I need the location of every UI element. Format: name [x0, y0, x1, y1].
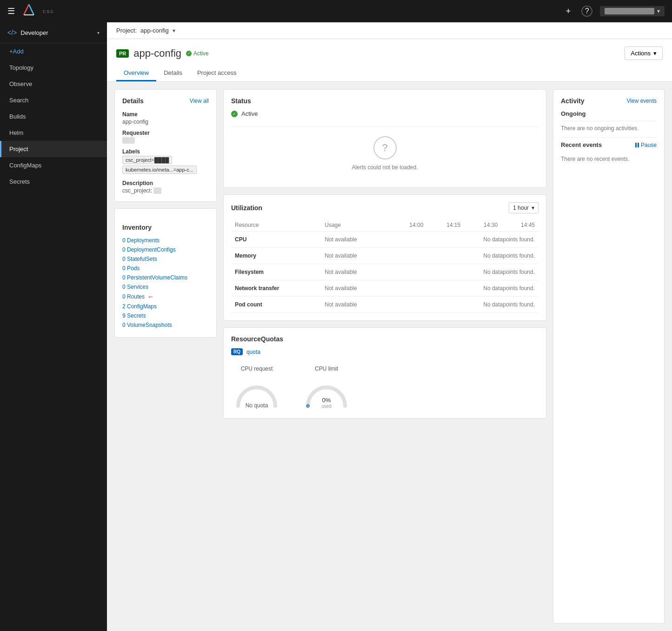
menu-icon[interactable]: ☰ [7, 6, 15, 16]
cpu-limit-label: CPU limit [315, 365, 338, 372]
time-arrow-icon: ▾ [532, 205, 534, 211]
inventory-deployments[interactable]: 0 Deployments [122, 236, 209, 245]
inventory-title: Inventory [122, 224, 209, 231]
time-dropdown[interactable]: 1 hour ▾ [509, 202, 539, 213]
alert-question-icon: ? [373, 136, 397, 159]
alerts-text: Alerts could not be loaded. [352, 164, 418, 171]
project-dropdown-button[interactable]: ▾ [173, 27, 175, 34]
help-icon[interactable]: ? [581, 6, 592, 17]
rq-badge-row: RQ quota [231, 348, 539, 355]
rq-quota-name[interactable]: quota [246, 349, 260, 355]
sidebar-item-helm[interactable]: Helm [0, 125, 107, 141]
util-row-podcount: Pod count Not available No datapoints fo… [231, 297, 539, 313]
utilization-table: Resource Usage 14:00 14:15 14:30 14:45 C… [231, 219, 539, 313]
status-active-label: Active [241, 110, 258, 117]
logo-text: CSC [43, 9, 54, 14]
app-header: PR app-config Active Actions ▾ Overview … [107, 39, 672, 82]
user-dropdown[interactable]: user@example.com ▾ [600, 6, 665, 16]
cpu-request-value: No quota [231, 402, 282, 409]
sidebar-add-button[interactable]: +Add [0, 43, 107, 60]
col-t1: 14:00 [390, 219, 427, 232]
developer-text: Developer [20, 29, 48, 36]
actions-button[interactable]: Actions ▾ [625, 46, 663, 60]
tab-details[interactable]: Details [156, 66, 190, 81]
labels-label: Labels [122, 148, 209, 155]
labels-values: csc_project=████ kubernetes.io/meta...=a… [122, 156, 209, 175]
sidebar-item-configmaps[interactable]: ConfigMaps [0, 157, 107, 173]
inventory-pvc[interactable]: 0 PersistentVolumeClaims [122, 273, 209, 282]
name-label: Name [122, 111, 209, 118]
pause-icon [635, 143, 639, 147]
details-header: Details View all [122, 97, 209, 105]
pause-label: Pause [641, 142, 657, 148]
developer-icon: </> [7, 29, 17, 36]
no-recent-text: There are no recent events. [561, 156, 657, 162]
app-title-left: PR app-config Active [116, 47, 209, 60]
col-usage: Usage [321, 219, 390, 232]
util-row-filesystem: Filesystem Not available No datapoints f… [231, 264, 539, 280]
add-icon[interactable]: + [563, 6, 574, 17]
status-title: Status [231, 97, 539, 105]
view-all-link[interactable]: View all [190, 98, 209, 104]
recent-events-row: Recent events Pause [561, 137, 657, 152]
content-area: Project: app-config ▾ PR app-config Acti… [107, 22, 672, 631]
rq-title: ResourceQuotas [231, 335, 539, 343]
tab-overview[interactable]: Overview [116, 66, 156, 81]
utilization-panel: Utilization 1 hour ▾ Resource Usage 14:0… [223, 194, 546, 321]
pr-badge: PR [116, 49, 129, 58]
col-t4: 14:45 [501, 219, 539, 232]
actions-arrow-icon: ▾ [653, 50, 657, 57]
resource-quotas-panel: ResourceQuotas RQ quota CPU request [223, 327, 546, 418]
cpu-limit-chart: 0% used [301, 376, 352, 411]
description-value: csc_project: [122, 187, 209, 194]
activity-header: Activity View events [561, 97, 657, 105]
details-title: Details [122, 97, 144, 105]
details-panel: Details View all Name app-config Request… [114, 89, 217, 202]
activity-title: Activity [561, 97, 585, 105]
inventory-pods[interactable]: 0 Pods [122, 264, 209, 273]
sidebar-developer[interactable]: </> Developer ▾ [0, 22, 107, 43]
sidebar-item-project[interactable]: Project [0, 141, 107, 157]
sidebar-item-builds[interactable]: Builds [0, 108, 107, 125]
cpu-request-label: CPU request [241, 365, 273, 372]
util-row-cpu: CPU Not available No datapoints found. [231, 232, 539, 248]
developer-label: </> Developer [7, 29, 48, 36]
sidebar-item-secrets[interactable]: Secrets [0, 173, 107, 190]
utilization-header: Utilization 1 hour ▾ [231, 202, 539, 213]
active-badge: Active [186, 50, 209, 57]
inventory-routes[interactable]: 0 Routes ← [122, 292, 209, 302]
sidebar-item-search[interactable]: Search [0, 92, 107, 108]
activity-panel: Activity View events Ongoing There are n… [553, 89, 665, 624]
main-layout: </> Developer ▾ +Add Topology Observe Se… [0, 22, 672, 631]
ongoing-title: Ongoing [561, 110, 657, 121]
routes-arrow-icon: ← [147, 293, 154, 300]
tab-project-access[interactable]: Project access [190, 66, 244, 81]
inventory-deploymentconfigs[interactable]: 0 DeploymentConfigs [122, 245, 209, 254]
name-value: app-config [122, 119, 209, 125]
user-dropdown-arrow: ▾ [657, 8, 660, 14]
util-row-memory: Memory Not available No datapoints found… [231, 248, 539, 264]
topbar: ☰ CSC + ? user@example.com ▾ [0, 0, 672, 22]
inventory-volumesnapshots[interactable]: 0 VolumeSnapshots [122, 320, 209, 330]
col-resource: Resource [231, 219, 321, 232]
active-status-icon [186, 51, 192, 56]
col-t2: 14:15 [427, 219, 464, 232]
project-bar: Project: app-config ▾ [107, 22, 672, 39]
requester-value [122, 137, 209, 144]
user-label: user@example.com [605, 8, 654, 14]
inventory-configmaps[interactable]: 2 ConfigMaps [122, 302, 209, 311]
inventory-services[interactable]: 0 Services [122, 282, 209, 292]
status-active-row: Active [231, 110, 539, 117]
logo [20, 2, 37, 20]
inventory-secrets[interactable]: 9 Secrets [122, 311, 209, 320]
sidebar-item-topology[interactable]: Topology [0, 60, 107, 76]
sidebar-item-observe[interactable]: Observe [0, 76, 107, 92]
app-name: app-config [133, 47, 181, 60]
main-content: Details View all Name app-config Request… [107, 82, 672, 631]
svg-line-1 [29, 4, 34, 15]
inventory-statefulsets[interactable]: 0 StatefulSets [122, 254, 209, 264]
pause-button[interactable]: Pause [635, 142, 657, 148]
inventory-panel: Inventory 0 Deployments 0 DeploymentConf… [114, 208, 217, 338]
active-label: Active [193, 50, 209, 57]
view-events-link[interactable]: View events [627, 98, 657, 104]
